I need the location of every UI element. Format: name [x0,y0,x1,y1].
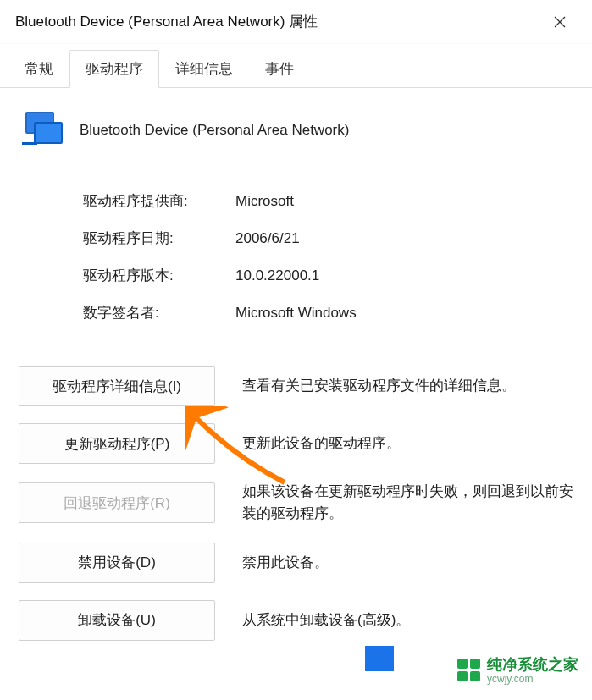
watermark: 纯净系统之家 ycwjy.com [452,653,584,686]
uninstall-device-desc: 从系统中卸载设备(高级)。 [242,609,410,631]
uninstall-device-button[interactable]: 卸载设备(U) [19,600,215,641]
action-row-disable: 禁用设备(D) 禁用此设备。 [19,534,573,592]
tab-general[interactable]: 常规 [8,50,69,88]
action-row-details: 驱动程序详细信息(I) 查看有关已安装驱动程序文件的详细信息。 [19,357,573,415]
titlebar: Bluetooth Device (Personal Area Network)… [0,0,592,44]
date-label: 驱动程序日期: [83,229,235,248]
disable-device-button[interactable]: 禁用设备(D) [19,543,215,583]
info-row-date: 驱动程序日期: 2006/6/21 [83,222,573,259]
tab-bar: 常规 驱动程序 详细信息 事件 [0,47,592,88]
window-title: Bluetooth Device (Personal Area Network)… [15,12,318,31]
tab-events[interactable]: 事件 [249,50,310,88]
close-button[interactable] [543,5,577,39]
version-label: 驱动程序版本: [83,266,235,285]
driver-details-button[interactable]: 驱动程序详细信息(I) [19,366,215,406]
device-header: Bluetooth Device (Personal Area Network) [19,108,573,164]
tab-content: Bluetooth Device (Personal Area Network)… [0,88,592,649]
driver-info: 驱动程序提供商: Microsoft 驱动程序日期: 2006/6/21 驱动程… [19,164,573,340]
device-name: Bluetooth Device (Personal Area Network) [80,122,349,139]
rollback-driver-button: 回退驱动程序(R) [19,482,215,523]
info-row-provider: 驱动程序提供商: Microsoft [83,185,573,222]
watermark-text: 纯净系统之家 ycwjy.com [487,654,578,685]
signer-label: 数字签名者: [83,303,235,322]
watermark-brand: 纯净系统之家 [487,656,578,673]
tab-driver[interactable]: 驱动程序 [69,50,159,88]
ok-button-partial[interactable] [365,646,394,671]
watermark-logo-icon [457,659,480,681]
provider-value: Microsoft [235,193,294,210]
update-driver-desc: 更新此设备的驱动程序。 [242,433,401,455]
info-row-signer: 数字签名者: Microsoft Windows [83,296,573,333]
signer-value: Microsoft Windows [235,305,357,322]
action-row-update: 更新驱动程序(P) 更新此设备的驱动程序。 [19,415,573,472]
update-driver-button[interactable]: 更新驱动程序(P) [19,423,215,464]
disable-device-desc: 禁用此设备。 [242,552,329,574]
action-row-uninstall: 卸载设备(U) 从系统中卸载设备(高级)。 [19,592,573,649]
provider-label: 驱动程序提供商: [83,191,235,211]
actions-area: 驱动程序详细信息(I) 查看有关已安装驱动程序文件的详细信息。 更新驱动程序(P… [19,340,573,649]
network-device-icon [22,112,64,149]
action-row-rollback: 回退驱动程序(R) 如果该设备在更新驱动程序时失败，则回退到以前安装的驱动程序。 [19,472,573,534]
info-row-version: 驱动程序版本: 10.0.22000.1 [83,259,573,296]
date-value: 2006/6/21 [235,230,300,247]
watermark-url: ycwjy.com [487,673,578,685]
version-value: 10.0.22000.1 [235,267,319,284]
rollback-driver-desc: 如果该设备在更新驱动程序时失败，则回退到以前安装的驱动程序。 [242,481,573,526]
close-icon [553,15,567,29]
driver-details-desc: 查看有关已安装驱动程序文件的详细信息。 [242,375,516,397]
tab-details[interactable]: 详细信息 [159,50,249,88]
